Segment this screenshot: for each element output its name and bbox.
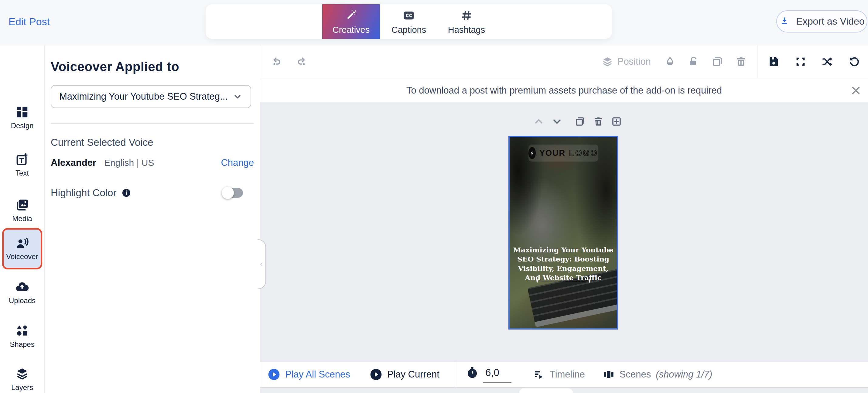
scene-title-text[interactable]: Maximizing Your Youtube SEO Strategy: Bo… [513,245,614,282]
canvas-toolbar: Position [260,46,868,78]
sidebar-item-voiceover[interactable]: Voiceover [2,228,42,269]
fullscreen-icon[interactable] [795,56,807,68]
reset-rotate-icon[interactable] [848,56,860,68]
undo-button[interactable] [271,56,283,67]
highlight-color-toggle[interactable] [223,188,243,198]
sidebar-item-shapes[interactable]: Shapes [0,324,44,349]
scenes-button[interactable]: Scenes (showing 1/7) [602,368,713,381]
voiceover-icon [15,237,29,250]
sidebar-item-label: Layers [11,383,33,392]
toggle-thumb [222,187,234,199]
lightning-bolt-icon [528,147,536,159]
move-scene-up-icon[interactable] [533,116,544,127]
sidebar-item-label: Voiceover [6,252,38,261]
premium-notification-bar: To download a post with premium assets p… [260,78,868,102]
panel-collapse-handle[interactable] [257,239,266,289]
add-scene-icon[interactable] [611,116,622,127]
close-icon[interactable] [850,85,861,96]
scenes-carousel-icon [602,368,615,381]
highlight-color-row: Highlight Color [51,187,254,199]
play-all-scenes-button[interactable]: Play All Scenes [268,368,350,381]
scene-duration-field[interactable]: 6,0 [466,366,512,383]
export-as-video-button[interactable]: Export as Video [776,10,867,32]
export-label: Export as Video [796,16,864,27]
toolbar-divider [757,46,757,78]
position-button[interactable]: Position [602,56,651,67]
chevron-left-icon [258,261,265,268]
sidebar-item-media[interactable]: Media [0,198,44,223]
sidebar-item-label: Media [12,214,32,223]
title-ornament [534,278,593,284]
color-droplet-icon[interactable] [664,56,676,67]
edit-post-link[interactable]: Edit Post [8,16,50,28]
sidebar-item-layers[interactable]: Layers [0,367,44,392]
stopwatch-icon [466,366,478,379]
brand-logo: YOUR LOGO [528,145,598,161]
voice-name: Alexander [51,157,96,168]
top-bar: Edit Post Creatives Capt [0,0,868,46]
logo-text-logo: LOGO [569,149,598,158]
unlock-icon[interactable] [688,56,700,67]
move-scene-down-icon[interactable] [552,116,562,127]
play-all-label: Play All Scenes [285,369,350,380]
duplicate-icon[interactable] [712,56,723,67]
design-grid-icon [15,105,29,119]
scene-controls [533,116,622,127]
sidebar-item-label: Uploads [9,296,35,305]
play-icon [370,368,382,381]
photo-overlay [509,137,617,328]
scene-preview[interactable]: YOUR LOGO Maximizing Your Youtube SEO St… [508,136,618,330]
sidebar-item-label: Text [16,169,29,177]
timeline-label: Timeline [550,369,585,380]
hashtag-icon [460,8,473,22]
delete-icon[interactable] [735,56,747,67]
tab-label: Captions [392,25,426,35]
sidebar-item-uploads[interactable]: Uploads [0,280,44,305]
save-icon[interactable] [768,56,780,68]
playback-bar: Play All Scenes Play Current 6,0 Timelin… [260,361,868,388]
tab-label: Creatives [333,25,370,35]
shapes-icon [15,324,29,338]
play-current-button[interactable]: Play Current [370,368,439,381]
magic-wand-icon [344,8,358,22]
duplicate-scene-icon[interactable] [575,116,586,127]
layers-icon [15,367,29,381]
chevron-down-icon [232,91,243,102]
scenes-count: (showing 1/7) [656,369,712,380]
text-icon [15,152,29,167]
logo-text-your: YOUR [539,149,565,158]
star-icon [586,278,593,284]
sidebar-item-design[interactable]: Design [0,105,44,130]
current-voice-label: Current Selected Voice [51,137,254,148]
sidebar-item-label: Shapes [10,340,34,349]
main-tab-bar: Creatives Captions Hashtags [206,4,612,39]
tab-label: Hashtags [448,25,485,35]
position-layers-icon [602,56,613,67]
tab-hashtags[interactable]: Hashtags [438,4,495,39]
timeline-button[interactable]: Timeline [533,369,585,380]
duration-value[interactable]: 6,0 [483,366,512,383]
position-label: Position [617,56,651,67]
media-image-icon [15,198,29,212]
playbar-divider [455,361,455,388]
shuffle-icon[interactable] [821,56,833,68]
tab-creatives[interactable]: Creatives [322,4,380,39]
sidebar-item-text[interactable]: Text [0,152,44,177]
timeline-icon [533,369,545,380]
notification-message: To download a post with premium assets p… [406,85,722,96]
voiceover-panel: Voiceover Applied to Maximizing Your You… [44,46,260,393]
play-icon [268,368,280,381]
scenes-label: Scenes [620,369,651,380]
download-icon [779,16,790,27]
tab-captions[interactable]: Captions [380,4,438,39]
sidebar-item-label: Design [11,121,34,130]
cloud-upload-icon [15,280,29,294]
play-current-label: Play Current [387,369,439,380]
left-icon-rail: Design Text Media Voiceover Uplo [0,46,44,393]
redo-button[interactable] [296,56,307,67]
voiceover-applied-to-dropdown[interactable]: Maximizing Your Youtube SEO Strateg... [51,85,251,108]
star-icon [534,278,540,284]
delete-scene-icon[interactable] [593,116,604,127]
info-icon[interactable] [122,188,131,198]
change-voice-link[interactable]: Change [221,157,254,168]
